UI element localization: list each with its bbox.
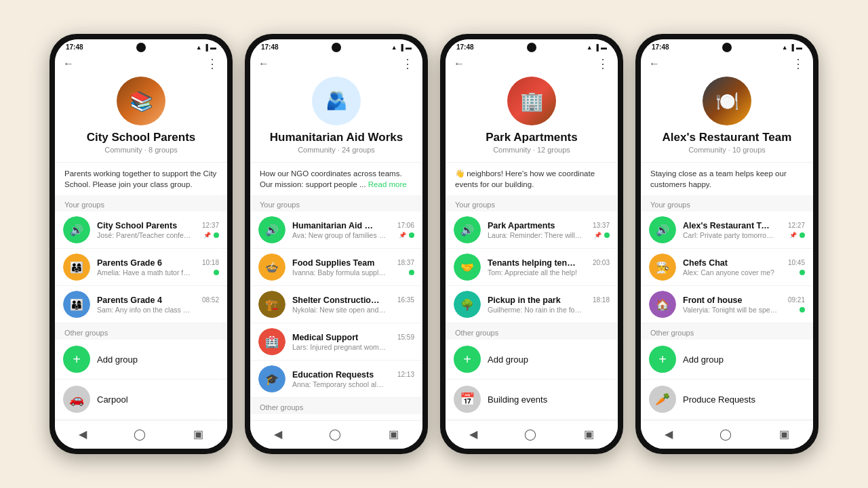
group-item[interactable]: 🏗️ Shelter Construction Team 16:35 Nykol… — [250, 286, 422, 323]
group-avatar: 🍲 — [258, 253, 285, 281]
other-group-label: Building events — [488, 394, 547, 405]
add-group-item[interactable]: + Add group — [641, 340, 813, 380]
group-name: Shelter Construction Team — [292, 296, 380, 305]
group-msg: Valeryia: Tonight will be special! — [683, 306, 778, 314]
more-button[interactable]: ⋮ — [401, 56, 414, 71]
back-button[interactable]: ← — [258, 58, 269, 70]
unread-dot — [800, 307, 805, 312]
signal-icon: ▐ — [399, 44, 403, 51]
group-name: Parents Grade 6 — [97, 258, 162, 268]
group-info: Pickup in the park 18:18 Guilherme: No r… — [488, 296, 610, 314]
group-msg: Nykolai: New site open and ready for ... — [292, 306, 387, 314]
phone-phone4: 17:48 ▲ ▐ ▬ ← ⋮ 🍽️ Alex's Restaurant Tea… — [635, 34, 818, 454]
status-icons: ▲ ▐ ▬ — [391, 44, 412, 51]
group-item[interactable]: 🔊 Alex's Restaurant Team 12:27 Carl: Pri… — [641, 211, 813, 249]
recent-nav-icon[interactable]: ▣ — [584, 428, 594, 441]
recent-nav-icon[interactable]: ▣ — [389, 428, 399, 441]
back-button[interactable]: ← — [649, 58, 660, 70]
your-groups-label: Your groups — [55, 195, 227, 211]
signal-icon: ▐ — [204, 44, 208, 51]
pin-icon: 📌 — [203, 232, 211, 239]
group-name: Medical Support — [292, 333, 358, 342]
add-group-label: Add group — [683, 354, 724, 365]
add-group-item[interactable]: + Add group — [55, 340, 227, 380]
community-header: 🏢 Park Apartments Community · 12 groups — [446, 77, 618, 162]
add-group-item[interactable]: + Add group — [250, 414, 422, 420]
group-msg: Tom: Appreciate all the help! — [488, 268, 577, 277]
phone-phone2: 17:48 ▲ ▐ ▬ ← ⋮ 🫂 Humanitarian Aid Works — [245, 34, 428, 454]
group-item[interactable]: 🤝 Tenants helping tenants 20:03 Tom: App… — [446, 249, 618, 286]
bottom-nav: ◀ ◯ ▣ — [250, 420, 422, 449]
phone-phone3: 17:48 ▲ ▐ ▬ ← ⋮ 🏢 Park Apartments Commun… — [440, 34, 623, 454]
group-name: Tenants helping tenants — [488, 258, 576, 268]
group-name: Education Requests — [292, 370, 374, 380]
unread-dot — [604, 232, 610, 238]
group-item[interactable]: 👨‍🍳 Chefs Chat 10:45 Alex: Can anyone co… — [641, 249, 813, 286]
back-button[interactable]: ← — [454, 58, 465, 70]
group-time: 13:37 — [593, 222, 610, 229]
group-item[interactable]: 🔊 City School Parents 12:37 José: Parent… — [55, 211, 227, 249]
home-nav-icon[interactable]: ◯ — [329, 428, 341, 441]
group-name: Park Apartments — [488, 221, 555, 230]
community-header: 📚 City School Parents Community · 8 grou… — [55, 77, 227, 162]
badge-row — [214, 270, 219, 275]
pin-icon: 📌 — [789, 232, 797, 239]
group-item[interactable]: 🔊 Park Apartments 13:37 Laura: Reminder:… — [446, 211, 618, 249]
group-item[interactable]: 🍲 Food Supplies Team 18:37 Ivanna: Baby … — [250, 249, 422, 286]
group-item[interactable]: 👨‍👩‍👧 Parents Grade 6 10:18 Amelia: Have… — [55, 249, 227, 286]
more-button[interactable]: ⋮ — [792, 56, 805, 71]
unread-dot — [409, 232, 414, 238]
group-item[interactable]: 🌳 Pickup in the park 18:18 Guilherme: No… — [446, 286, 618, 323]
group-item[interactable]: 🏠 Front of house 09:21 Valeryia: Tonight… — [641, 286, 813, 323]
back-nav-icon[interactable]: ◀ — [469, 428, 477, 441]
back-nav-icon[interactable]: ◀ — [274, 428, 282, 441]
community-desc: Parents working together to support the … — [55, 162, 227, 195]
other-group-item[interactable]: 📅 Building events — [446, 380, 618, 420]
top-nav: ← ⋮ — [446, 54, 618, 77]
more-button[interactable]: ⋮ — [597, 56, 610, 71]
group-info: Food Supplies Team 18:37 Ivanna: Baby fo… — [292, 258, 414, 277]
group-msg: Ivanna: Baby formula supplies running ..… — [292, 268, 387, 277]
group-item[interactable]: 🎓 Education Requests 12:13 Anna: Tempora… — [250, 361, 422, 398]
recent-nav-icon[interactable]: ▣ — [193, 428, 203, 441]
community-subtitle: Community · 24 groups — [298, 146, 375, 154]
community-subtitle: Community · 10 groups — [688, 146, 766, 154]
home-nav-icon[interactable]: ◯ — [719, 428, 732, 441]
back-nav-icon[interactable]: ◀ — [665, 428, 673, 441]
pin-icon: 📌 — [399, 232, 406, 239]
wifi-icon: ▲ — [196, 44, 202, 51]
home-nav-icon[interactable]: ◯ — [134, 428, 146, 441]
read-more-link[interactable]: Read more — [368, 180, 407, 188]
other-group-item[interactable]: 🚗 Carpool — [55, 380, 227, 420]
your-groups-list: 🔊 Humanitarian Aid Works 17:06 Ava: New … — [250, 211, 422, 420]
add-group-item[interactable]: + Add group — [446, 340, 618, 380]
group-msg: Lars: Injured pregnant woman in need... — [292, 343, 387, 351]
group-info: Chefs Chat 10:45 Alex: Can anyone cover … — [683, 258, 805, 277]
back-button[interactable]: ← — [63, 58, 74, 70]
group-name: Alex's Restaurant Team — [683, 221, 771, 230]
other-group-item[interactable]: 🥕 Produce Requests — [641, 380, 813, 420]
group-name: Humanitarian Aid Works — [292, 221, 380, 230]
status-time: 17:48 — [456, 43, 474, 51]
group-item[interactable]: 🏥 Medical Support 15:59 Lars: Injured pr… — [250, 323, 422, 361]
other-groups-label: Other groups — [55, 323, 227, 340]
community-subtitle: Community · 8 groups — [104, 146, 178, 154]
group-info: Alex's Restaurant Team 12:27 Carl: Priva… — [683, 221, 805, 239]
group-name: Pickup in the park — [488, 296, 561, 305]
top-nav: ← ⋮ — [250, 54, 422, 77]
group-avatar: 🎓 — [258, 365, 285, 392]
home-nav-icon[interactable]: ◯ — [524, 428, 536, 441]
recent-nav-icon[interactable]: ▣ — [779, 428, 789, 441]
notch — [136, 43, 146, 52]
status-time: 17:48 — [261, 43, 279, 51]
group-time: 10:18 — [202, 259, 219, 266]
group-item[interactable]: 🔊 Humanitarian Aid Works 17:06 Ava: New … — [250, 211, 422, 249]
more-button[interactable]: ⋮ — [206, 56, 219, 71]
community-subtitle: Community · 12 groups — [493, 146, 570, 154]
group-time: 18:37 — [397, 259, 414, 266]
group-item[interactable]: 👨‍👩‍👦 Parents Grade 4 08:52 Sam: Any inf… — [55, 286, 227, 323]
group-time: 08:52 — [202, 296, 219, 304]
pin-icon: 📌 — [594, 232, 601, 239]
group-avatar: 🏥 — [258, 328, 285, 355]
back-nav-icon[interactable]: ◀ — [79, 428, 87, 441]
